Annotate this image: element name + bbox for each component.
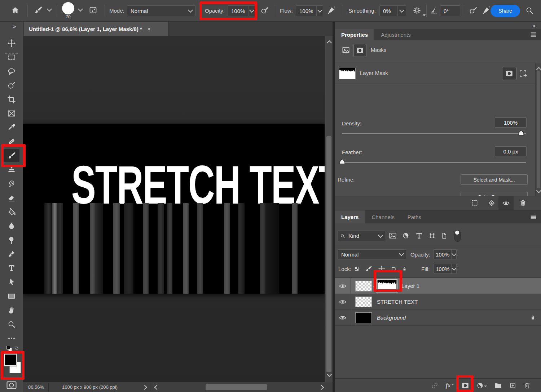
flow-combo[interactable]: 100% bbox=[296, 5, 323, 16]
tool-brush[interactable] bbox=[0, 148, 23, 162]
layer-name[interactable]: STRETCH TEXT bbox=[377, 299, 418, 305]
layer-row-background[interactable]: Background bbox=[335, 310, 541, 326]
quick-mask-mode-icon[interactable] bbox=[6, 380, 17, 391]
feather-value-field[interactable]: 0,0 px bbox=[495, 146, 527, 156]
layer-thumbnail[interactable] bbox=[355, 281, 372, 291]
properties-scrollbar[interactable] bbox=[535, 63, 541, 196]
opacity-combo[interactable]: 100% bbox=[228, 5, 255, 16]
mask-properties-icon[interactable] bbox=[353, 44, 366, 57]
tab-paths[interactable]: Paths bbox=[401, 210, 428, 223]
tool-history-brush[interactable] bbox=[0, 177, 23, 191]
lock-artboards-icon[interactable] bbox=[391, 265, 397, 272]
filter-switch-toggle[interactable] bbox=[454, 230, 461, 242]
brush-preview-circle[interactable] bbox=[62, 2, 74, 14]
feather-slider-thumb[interactable] bbox=[339, 159, 346, 164]
tab-channels[interactable]: Channels bbox=[365, 210, 401, 223]
layer-mask-thumbnail[interactable] bbox=[378, 280, 396, 292]
delete-mask-icon[interactable] bbox=[519, 199, 527, 206]
tab-adjustments[interactable]: Adjustments bbox=[374, 29, 417, 40]
layer-mask-badge-icon[interactable] bbox=[502, 67, 516, 80]
scroll-down-arrow[interactable] bbox=[536, 188, 541, 193]
tool-clone-stamp[interactable] bbox=[0, 162, 23, 177]
layer-name[interactable]: Background bbox=[377, 315, 406, 321]
layer-row-stretch-text[interactable]: STRETCH TEXT bbox=[335, 294, 541, 310]
pressure-size-icon[interactable] bbox=[469, 6, 478, 14]
properties-menu-icon[interactable] bbox=[529, 32, 537, 37]
tab-properties[interactable]: Properties bbox=[335, 29, 374, 40]
layer-visibility-eye-icon[interactable] bbox=[339, 298, 347, 306]
scroll-right-arrow[interactable] bbox=[319, 385, 324, 390]
density-slider-thumb[interactable] bbox=[518, 130, 524, 135]
layer-visibility-eye-icon[interactable] bbox=[339, 282, 347, 290]
apply-mask-icon[interactable] bbox=[488, 199, 496, 207]
add-layer-mask-icon[interactable] bbox=[461, 382, 469, 389]
lock-all-icon[interactable] bbox=[402, 265, 407, 272]
add-mask-from-selection-icon[interactable] bbox=[519, 69, 527, 78]
tool-rectangle-shape[interactable] bbox=[0, 289, 23, 303]
tool-paint-bucket[interactable] bbox=[0, 205, 23, 219]
tool-edit-toolbar[interactable] bbox=[0, 331, 23, 345]
brush-angle-field[interactable]: 0° bbox=[440, 5, 460, 16]
filter-adjustment-layers-icon[interactable] bbox=[402, 231, 409, 240]
new-adjustment-layer-icon[interactable] bbox=[476, 382, 487, 389]
link-layers-icon[interactable] bbox=[431, 382, 439, 389]
tool-path-selection[interactable] bbox=[0, 275, 23, 289]
swap-colors-icon[interactable] bbox=[14, 345, 19, 351]
pixel-layer-properties-icon[interactable] bbox=[342, 46, 350, 54]
canvas-viewport[interactable]: STRETCH TEXT bbox=[23, 36, 325, 382]
scroll-up-arrow[interactable] bbox=[327, 40, 332, 45]
mode-select[interactable]: Normal bbox=[127, 5, 195, 16]
tool-move[interactable] bbox=[0, 36, 23, 50]
delete-layer-icon[interactable] bbox=[524, 382, 531, 389]
new-layer-icon[interactable] bbox=[509, 382, 516, 389]
status-expand-icon[interactable] bbox=[142, 385, 147, 390]
tool-hand[interactable] bbox=[0, 303, 23, 317]
document-info[interactable]: 1600 px x 900 px (200 ppi) bbox=[62, 384, 118, 390]
layers-opacity-combo[interactable]: 100% bbox=[434, 249, 457, 259]
home-icon[interactable] bbox=[11, 6, 19, 15]
default-colors-icon[interactable] bbox=[6, 346, 12, 351]
tool-object-selection[interactable] bbox=[0, 78, 23, 92]
fill-combo[interactable]: 100% bbox=[434, 264, 457, 274]
layer-thumbnail[interactable] bbox=[355, 312, 372, 323]
search-icon[interactable] bbox=[525, 6, 534, 15]
chevron-down-icon[interactable] bbox=[47, 6, 52, 12]
lock-position-icon[interactable] bbox=[378, 265, 385, 272]
layer-name[interactable]: Layer 1 bbox=[401, 283, 419, 289]
brush-settings-gear-icon[interactable] bbox=[413, 6, 421, 15]
pressure-opacity-icon[interactable] bbox=[260, 6, 269, 14]
tool-blur[interactable] bbox=[0, 219, 23, 233]
close-tab-icon[interactable]: × bbox=[147, 26, 151, 32]
filter-pixel-layers-icon[interactable] bbox=[389, 231, 397, 240]
tool-eraser[interactable] bbox=[0, 191, 23, 205]
layers-menu-icon[interactable] bbox=[529, 214, 537, 220]
tool-pen[interactable] bbox=[0, 247, 23, 261]
lock-transparent-pixels-icon[interactable] bbox=[354, 265, 360, 272]
tab-layers[interactable]: Layers bbox=[335, 210, 365, 223]
select-and-mask-button[interactable]: Select and Mask... bbox=[461, 174, 528, 185]
lock-image-pixels-icon[interactable] bbox=[365, 265, 372, 272]
tool-crop[interactable] bbox=[0, 92, 23, 106]
mask-link-icon[interactable] bbox=[373, 282, 376, 290]
collapse-tools-icon[interactable]: » bbox=[13, 23, 16, 29]
tool-rectangular-marquee[interactable] bbox=[0, 50, 23, 64]
pressure-size-alt-icon[interactable] bbox=[482, 6, 491, 14]
layer-row-layer-1[interactable]: Layer 1 bbox=[335, 278, 541, 294]
layer-styles-fx-icon[interactable]: fx bbox=[446, 382, 454, 389]
feather-slider-track[interactable] bbox=[342, 162, 526, 163]
tool-lasso[interactable] bbox=[0, 64, 23, 78]
tool-eyedropper[interactable] bbox=[0, 120, 23, 134]
filter-kind-combo[interactable]: Kind bbox=[338, 231, 385, 241]
brush-tool-preset-icon[interactable] bbox=[34, 6, 43, 14]
tool-zoom[interactable] bbox=[0, 317, 23, 331]
tool-frame[interactable] bbox=[0, 106, 23, 120]
zoom-level[interactable]: 86,56% bbox=[28, 384, 44, 390]
load-selection-from-mask-icon[interactable] bbox=[471, 199, 478, 206]
toggle-brush-panel-icon[interactable] bbox=[89, 6, 97, 14]
filter-type-layers-icon[interactable] bbox=[415, 231, 423, 240]
layer-visibility-eye-icon[interactable] bbox=[339, 314, 347, 322]
layer-thumbnail[interactable] bbox=[355, 297, 372, 307]
scroll-left-arrow[interactable] bbox=[154, 385, 159, 390]
share-button[interactable]: Share bbox=[491, 5, 520, 17]
filter-smart-objects-icon[interactable] bbox=[441, 231, 448, 240]
